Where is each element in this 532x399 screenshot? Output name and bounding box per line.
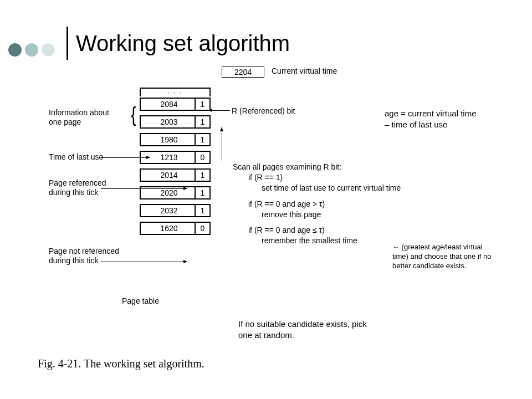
cell-r-bit: 0 [196, 152, 209, 163]
cell-r-bit: 0 [196, 223, 209, 234]
arrow-icon [101, 262, 187, 262]
r-bit-label: R (Referenced) bit [232, 106, 295, 115]
cell-time: 2032 [141, 205, 196, 216]
brace-icon: { [131, 104, 136, 126]
cell-time: 2014 [141, 170, 196, 181]
bullet-dot [8, 43, 22, 57]
label-page-table: Page table [122, 296, 159, 305]
algo-action-3: remember the smallest time [262, 236, 401, 246]
table-row: 20321 [140, 204, 211, 217]
slide-title: Working set algorithm [76, 31, 290, 56]
cell-r-bit: 1 [196, 99, 209, 110]
scan-arrow-icon [222, 127, 222, 161]
page-table-diagram: · · · 20841 20031 19801 12130 20141 2020… [140, 88, 211, 235]
label-page-not-referenced: Page not referenced during this tick [49, 247, 119, 265]
table-row: 20141 [140, 168, 211, 182]
table-row: 12130 [140, 151, 211, 164]
algo-action-1: set time of last use to current virtual … [262, 183, 401, 193]
vertical-dots-icon: · · · [141, 89, 209, 96]
bullet-dot [25, 43, 38, 57]
cell-r-bit: 1 [196, 116, 209, 127]
arrow-left-icon [208, 109, 212, 112]
cell-r-bit: 1 [196, 205, 209, 216]
label-time-of-last-use: Time of last use [49, 152, 103, 162]
current-virtual-time-box: 2204 [222, 66, 264, 78]
slide-bullets [8, 43, 55, 57]
algo-cond-2: if (R == 0 and age > τ) [248, 199, 401, 209]
current-virtual-time-label: Current virtual time [272, 66, 337, 75]
algorithm-text: Scan all pages examining R bit: if (R ==… [233, 162, 401, 246]
no-suitable-note: If no suitable candidate exists, pick on… [238, 319, 382, 340]
label-page-referenced: Page referenced during this tick [49, 178, 106, 197]
bullet-dot [42, 43, 55, 57]
cell-time: 1620 [141, 223, 196, 234]
label-information: Information about one page [49, 108, 109, 127]
cell-r-bit: 1 [196, 134, 209, 145]
r-bit-pointer-line [211, 110, 230, 111]
algo-scan: Scan all pages examining R bit: [233, 162, 401, 172]
arrow-icon [101, 188, 187, 189]
cell-time: 2084 [141, 99, 196, 110]
cell-time: 2003 [141, 116, 196, 127]
age-definition: age = current virtual time – time of las… [385, 108, 479, 130]
cell-r-bit: 1 [196, 187, 209, 198]
algo-action-2: remove this page [262, 209, 401, 220]
title-bar: Working set algorithm [66, 27, 290, 60]
algo-cond-1: if (R == 1) [248, 172, 401, 183]
table-row: 20031 [140, 115, 211, 129]
extra-note: ← (greatest age/least virtual time) and … [392, 243, 495, 271]
table-row: 16200 [140, 222, 211, 235]
table-row: 20841 [140, 98, 211, 111]
cell-time: 1980 [141, 134, 196, 145]
table-row: 19801 [140, 133, 211, 146]
cell-r-bit: 1 [196, 170, 209, 181]
table-top: · · · [140, 88, 211, 96]
figure-caption: Fig. 4-21. The working set algorithm. [38, 357, 204, 370]
arrow-icon [101, 157, 150, 158]
algo-cond-3: if (R == 0 and age ≤ τ) [248, 225, 401, 236]
